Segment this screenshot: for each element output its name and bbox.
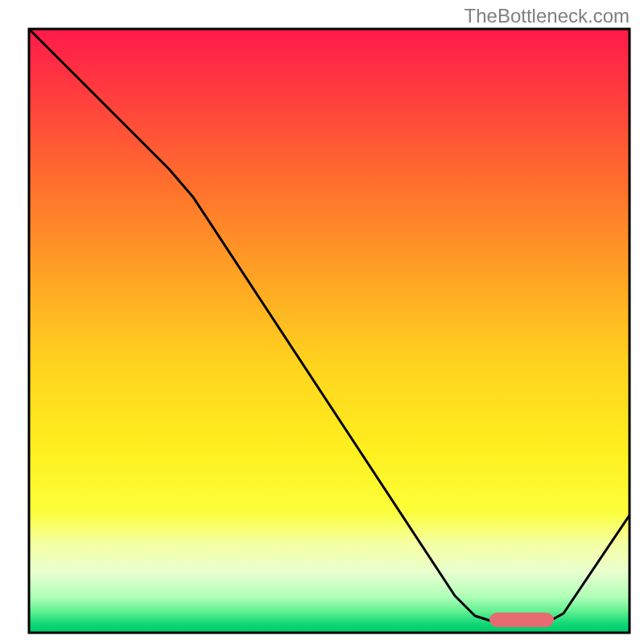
chart-svg xyxy=(0,0,644,644)
chart-container: TheBottleneck.com xyxy=(0,0,644,644)
optimal-range-marker xyxy=(489,613,554,627)
watermark-label: TheBottleneck.com xyxy=(464,5,630,27)
